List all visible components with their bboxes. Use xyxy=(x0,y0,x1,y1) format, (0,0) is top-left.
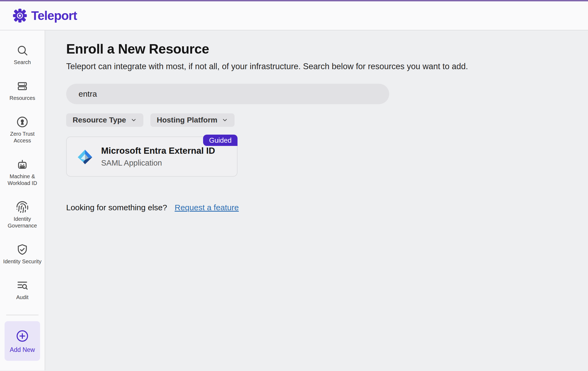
add-new-button[interactable]: Add New xyxy=(5,321,40,361)
app-header: Teleport xyxy=(0,1,588,30)
plus-circle-icon xyxy=(16,329,29,343)
microsoft-entra-icon xyxy=(76,148,94,165)
sidebar-item-label: Zero Trust Access xyxy=(2,131,42,144)
sidebar-item-resources[interactable]: Resources xyxy=(2,80,42,102)
list-search-icon xyxy=(16,279,29,292)
search-icon xyxy=(16,44,29,57)
sidebar-divider xyxy=(6,315,38,315)
keyhole-icon xyxy=(16,116,29,128)
fingerprint-icon xyxy=(16,201,29,214)
resource-search-bar[interactable] xyxy=(66,84,389,104)
main-content: Enroll a New Resource Teleport can integ… xyxy=(45,30,588,370)
sidebar-item-search[interactable]: Search xyxy=(2,44,42,66)
sidebar-item-label: Machine & Workload ID xyxy=(2,173,42,187)
resource-type-filter-label: Resource Type xyxy=(73,116,126,124)
resource-search-input[interactable] xyxy=(79,89,377,99)
page-title: Enroll a New Resource xyxy=(66,41,588,57)
chevron-down-icon xyxy=(222,117,228,123)
sidebar-item-machine-workload-id[interactable]: Machine & Workload ID xyxy=(2,158,42,187)
sidebar-item-zero-trust-access[interactable]: Zero Trust Access xyxy=(2,116,42,144)
filter-row: Resource Type Hosting Platform xyxy=(66,113,588,127)
sidebar-item-label: Search xyxy=(14,59,31,66)
shield-check-icon xyxy=(16,243,29,256)
sidebar-item-label: Identity Security xyxy=(3,258,41,265)
feature-request-row: Looking for something else? Request a fe… xyxy=(66,203,588,212)
looking-for-text: Looking for something else? xyxy=(66,203,167,212)
resource-card-text: Microsoft Entra External ID SAML Applica… xyxy=(101,146,215,167)
chevron-down-icon xyxy=(130,117,137,123)
resource-card-subtitle: SAML Application xyxy=(101,159,215,167)
sidebar-item-label: Identity Governance xyxy=(2,216,42,229)
sidebar-item-audit[interactable]: Audit xyxy=(2,279,42,301)
resource-type-filter-button[interactable]: Resource Type xyxy=(66,113,143,127)
gear-icon xyxy=(12,8,27,23)
brand-wordmark: Teleport xyxy=(31,8,77,23)
robot-icon xyxy=(16,158,29,171)
sidebar: Search Resources Zero Trust Access xyxy=(0,30,45,370)
teleport-logo[interactable]: Teleport xyxy=(12,8,77,23)
resource-card-title: Microsoft Entra External ID xyxy=(101,146,215,156)
servers-icon xyxy=(16,80,29,93)
sidebar-item-identity-governance[interactable]: Identity Governance xyxy=(2,201,42,229)
hosting-platform-filter-label: Hosting Platform xyxy=(157,116,218,124)
resource-card-microsoft-entra-external-id[interactable]: Guided Microsoft Entra External ID SAML … xyxy=(66,136,238,177)
sidebar-item-label: Resources xyxy=(9,95,35,102)
page-subtitle: Teleport can integrate with most, if not… xyxy=(66,62,588,71)
request-feature-link[interactable]: Request a feature xyxy=(175,203,239,212)
guided-badge: Guided xyxy=(203,135,238,146)
add-new-label: Add New xyxy=(10,346,35,354)
hosting-platform-filter-button[interactable]: Hosting Platform xyxy=(150,113,235,127)
sidebar-item-identity-security[interactable]: Identity Security xyxy=(2,243,42,265)
sidebar-item-label: Audit xyxy=(16,294,29,301)
